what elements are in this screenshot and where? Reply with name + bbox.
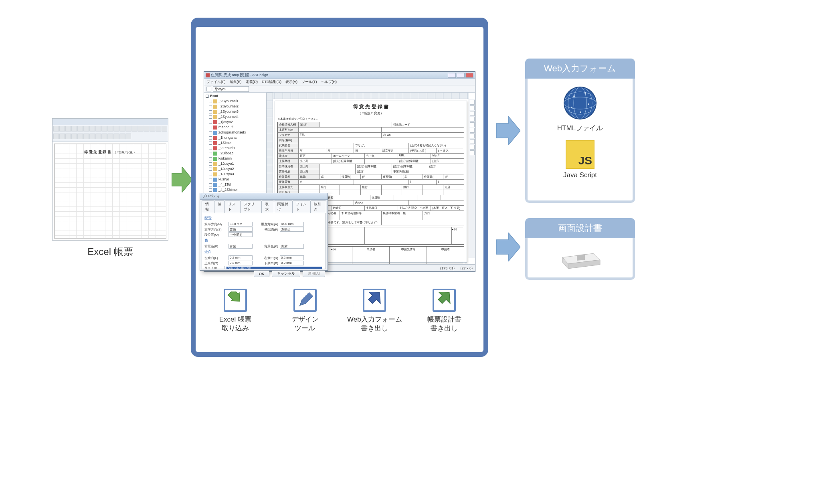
js-icon: JS (566, 140, 595, 169)
svg-marker-0 (172, 167, 192, 192)
ok-button[interactable]: OK (254, 270, 269, 277)
excel-form-title: 得 意 先 登 録 書 (84, 150, 111, 154)
svg-marker-18 (227, 291, 244, 305)
export-arrow-blue-icon (366, 292, 383, 309)
property-tab[interactable]: リスト (224, 200, 241, 213)
ruler-horizontal (267, 93, 469, 99)
tree-node[interactable]: _2Syoumei4 (204, 114, 266, 119)
menu-item[interactable]: DTD編集(D) (262, 79, 281, 85)
feature-export-web: Web入力フォーム書き出し (344, 289, 404, 333)
pencil-icon (297, 292, 313, 308)
status-size: (27 x 6) (460, 266, 473, 270)
svg-point-12 (571, 107, 572, 108)
feature-design: デザインツール (275, 289, 335, 333)
svg-marker-2 (496, 233, 520, 261)
tree-node[interactable]: _1Jusyo2 (204, 166, 266, 172)
export-arrow-green-icon (436, 292, 453, 309)
tree-node[interactable]: _1hurigana (204, 135, 266, 140)
document-icon (556, 244, 604, 271)
property-tab[interactable]: 線引き (310, 200, 326, 213)
svg-marker-21 (366, 292, 383, 308)
globe-icon (562, 85, 598, 121)
tree-node[interactable]: _4_2Shimei (204, 187, 266, 192)
status-pos: (173, 81) (440, 266, 455, 270)
property-tab[interactable]: 表示 (261, 200, 274, 213)
svg-marker-1 (496, 116, 520, 145)
svg-marker-19 (300, 292, 313, 305)
property-tab[interactable]: 関連付け (274, 200, 293, 213)
app-icon (206, 73, 210, 77)
webform-title: Web入力フォーム (525, 59, 635, 79)
tree-node[interactable]: madoguti (204, 125, 266, 130)
tree-node[interactable]: _1josyo2 (204, 119, 266, 125)
tree-node[interactable]: _2Syoumei3 (204, 109, 266, 114)
window-title: 住所票_完成.amp [更新] - ASDesign (211, 73, 268, 78)
close-icon[interactable] (465, 73, 473, 78)
svg-point-9 (573, 95, 575, 97)
cancel-button[interactable]: キャンセル (272, 270, 300, 277)
svg-marker-22 (436, 292, 453, 308)
import-arrow-icon (226, 291, 244, 309)
design-panel: 画面設計書 (525, 218, 635, 280)
form-subtitle: （ □新規 □ 変更） (275, 111, 467, 117)
tree-node[interactable]: kusryo (204, 177, 266, 182)
menu-item[interactable]: 表示(V) (285, 79, 297, 85)
property-dialog[interactable]: プロパティ 情報値リストスクリプト表示関連付けフォント線引き 配置 水平方向(H… (200, 193, 328, 271)
menubar[interactable]: ファイル(F)編集(E)定義(D)DTD編集(D)表示(V)ツール(T)ヘルプ(… (204, 79, 475, 85)
tree-node[interactable]: _2Syoumei1 (204, 99, 266, 104)
tree-node[interactable]: _4_1Tel (204, 182, 266, 187)
property-dialog-title: プロパティ (200, 193, 328, 200)
arrow-to-design (496, 233, 520, 261)
property-tab[interactable]: フォント (292, 200, 311, 213)
tree-node[interactable]: kaikanin (204, 156, 266, 161)
tree-node[interactable]: zokugarahonseki (204, 130, 266, 135)
property-tab[interactable]: スクリプト (240, 200, 262, 213)
svg-point-13 (580, 111, 581, 113)
excel-thumbnail: 得 意 先 登 録 書 （ □新規 □変更 ） (52, 118, 168, 241)
svg-point-11 (588, 103, 589, 105)
property-tab[interactable]: 情報 (202, 200, 214, 213)
apply-button[interactable]: 適用(A) (303, 270, 325, 277)
design-title: 画面設計書 (525, 218, 635, 238)
feature-import: Excel 帳票取り込み (205, 289, 265, 333)
tree-node[interactable]: _1Jusyo3 (204, 172, 266, 177)
webform-panel: Web入力フォーム HTMLファイル JS Java Script (525, 59, 635, 203)
excel-form-sub: （ □新規 □変更 ） (113, 151, 136, 154)
tree-node[interactable]: _2Syoumei2 (204, 104, 266, 109)
form-title: 得 意 先 登 録 書 (275, 101, 467, 111)
menu-item[interactable]: ツール(T) (301, 79, 317, 85)
feature-export-design: 帳票設計書書き出し (414, 289, 474, 333)
excel-label: Excel 帳票 (52, 245, 168, 258)
address-combo[interactable]: /josyo2 (213, 86, 249, 92)
menu-item[interactable]: ファイル(F) (206, 79, 226, 85)
tree-node[interactable]: _2Zenkei1 (204, 146, 266, 151)
menu-item[interactable]: ヘルプ(H) (321, 79, 337, 85)
tree-node[interactable]: _1Jusyo1 (204, 161, 266, 166)
features-row: Excel 帳票取り込み デザインツール Web入力フォーム書き出し 帳票設計書… (200, 289, 479, 333)
property-tab[interactable]: 値 (214, 200, 225, 213)
arrow-to-webform (496, 116, 520, 145)
menu-item[interactable]: 定義(D) (246, 79, 258, 85)
html-label: HTMLファイル (528, 123, 633, 133)
tool-palette[interactable] (469, 99, 475, 258)
svg-marker-17 (577, 254, 585, 261)
arrow-to-center (172, 167, 192, 192)
js-label: Java Script (528, 171, 633, 179)
menu-item[interactable]: 編集(E) (230, 79, 242, 85)
svg-point-10 (584, 92, 586, 94)
tree-node[interactable]: _2Bibo1c (204, 151, 266, 156)
tree-node[interactable]: _1Simei (204, 140, 266, 146)
